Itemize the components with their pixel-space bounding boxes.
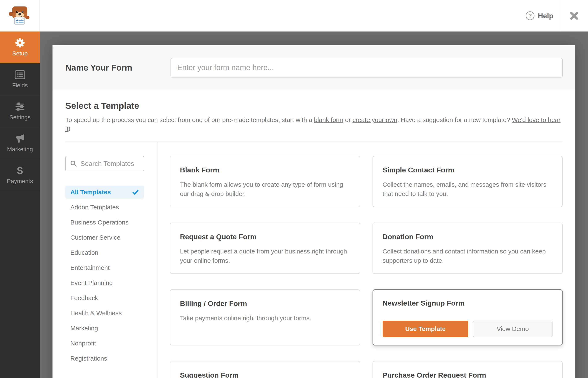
template-card-title: Request a Quote Form (180, 233, 350, 241)
template-card-description: Let people request a quote from your bus… (180, 247, 350, 265)
wpforms-logo (0, 0, 40, 31)
category-item-marketing[interactable]: Marketing (65, 322, 144, 335)
category-label: Feedback (70, 294, 98, 302)
category-label: Marketing (70, 325, 98, 332)
sidebar-item-setup[interactable]: Setup (0, 31, 40, 63)
template-grid: Blank FormThe blank form allows you to c… (170, 156, 562, 378)
category-item-all-templates[interactable]: All Templates (65, 186, 144, 199)
template-card-blank-form[interactable]: Blank FormThe blank form allows you to c… (170, 156, 360, 207)
search-icon (70, 160, 77, 167)
category-item-registrations[interactable]: Registrations (65, 352, 144, 365)
template-card-title: Purchase Order Request Form (383, 371, 553, 378)
template-list-column: Blank FormThe blank form allows you to c… (158, 142, 562, 378)
category-label: Addon Templates (70, 204, 119, 211)
use-template-button[interactable]: Use Template (383, 321, 468, 337)
category-item-addon-templates[interactable]: Addon Templates (65, 201, 144, 214)
name-your-form-section: Name Your Form (53, 45, 575, 90)
template-card-request-a-quote-form[interactable]: Request a Quote FormLet people request a… (170, 223, 360, 274)
template-card-description: Take payments online right through your … (180, 313, 350, 323)
category-label: Education (70, 249, 98, 256)
select-template-title: Select a Template (65, 101, 562, 111)
close-icon (569, 11, 579, 21)
template-card-purchase-order-request-form[interactable]: Purchase Order Request FormLet your empl… (373, 361, 563, 378)
category-item-education[interactable]: Education (65, 246, 144, 259)
wpforms-bear-logo (9, 5, 31, 27)
sidebar-item-payments[interactable]: $Payments (0, 159, 40, 191)
sidebar-item-fields[interactable]: Fields (0, 63, 40, 95)
template-filter-column: All TemplatesAddon TemplatesBusiness Ope… (65, 142, 158, 378)
link-blank-form[interactable]: blank form (314, 116, 343, 123)
sidebar-item-marketing[interactable]: Marketing (0, 127, 40, 159)
sidebar-item-label: Settings (9, 114, 30, 121)
template-card-title: Blank Form (180, 166, 350, 174)
category-label: Registrations (70, 355, 107, 362)
question-icon: ? (526, 11, 535, 20)
link-create-your-own[interactable]: create your own (352, 116, 397, 123)
template-card-title: Suggestion Form (180, 371, 350, 378)
template-browser: All TemplatesAddon TemplatesBusiness Ope… (65, 142, 562, 378)
category-item-health-wellness[interactable]: Health & Wellness (65, 307, 144, 320)
category-item-customer-service[interactable]: Customer Service (65, 231, 144, 244)
dollar-icon: $ (14, 166, 26, 175)
category-item-business-operations[interactable]: Business Operations (65, 216, 144, 229)
category-item-nonprofit[interactable]: Nonprofit (65, 337, 144, 350)
category-label: Entertainment (70, 264, 110, 271)
search-templates-box (65, 156, 144, 171)
name-your-form-title: Name Your Form (65, 63, 132, 72)
sidebar-item-label: Marketing (7, 146, 33, 153)
template-card-suggestion-form[interactable]: Suggestion FormGather site visitor sugge… (170, 361, 360, 378)
template-card-simple-contact-form[interactable]: Simple Contact FormCollect the names, em… (373, 156, 563, 207)
megaphone-icon (14, 134, 26, 143)
search-templates-input[interactable] (80, 160, 139, 168)
template-card-title: Donation Form (383, 233, 553, 241)
sidebar-item-label: Payments (7, 178, 33, 185)
help-button[interactable]: ? Help (526, 0, 553, 31)
category-item-entertainment[interactable]: Entertainment (65, 261, 144, 274)
template-card-billing-order-form[interactable]: Billing / Order FormTake payments online… (170, 289, 360, 345)
template-card-title: Simple Contact Form (383, 166, 553, 174)
category-label: Event Planning (70, 279, 113, 286)
check-icon (132, 189, 139, 195)
sidebar-item-settings[interactable]: Settings (0, 95, 40, 127)
template-card-newsletter-signup-form[interactable]: Newsletter Signup FormUse TemplateView D… (373, 289, 563, 345)
wpforms-builder-screen: { "colors": { "accent_orange": "#e27730"… (0, 0, 588, 378)
sidebar-item-label: Setup (12, 50, 27, 57)
template-card-buttons: Use TemplateView Demo (383, 321, 553, 337)
template-card-description: The blank form allows you to create any … (180, 180, 350, 198)
template-card-description: Collect the names, emails, and messages … (383, 180, 553, 198)
help-label: Help (538, 12, 553, 20)
form-name-input[interactable] (171, 58, 562, 78)
topbar: ? Help (0, 0, 588, 31)
template-card-title: Billing / Order Form (180, 299, 350, 308)
category-label: Customer Service (70, 234, 120, 241)
fields-icon (14, 70, 26, 80)
category-label: All Templates (70, 189, 111, 196)
template-card-title: Newsletter Signup Form (383, 299, 553, 307)
template-card-description: Collect donations and contact informatio… (383, 247, 553, 265)
setup-panel: Name Your Form Select a Template To spee… (53, 45, 575, 378)
view-demo-button[interactable]: View Demo (473, 321, 552, 337)
category-list: All TemplatesAddon TemplatesBusiness Ope… (65, 186, 157, 365)
category-label: Health & Wellness (70, 310, 122, 317)
select-template-section: Select a Template To speed up the proces… (53, 101, 575, 378)
template-card-donation-form[interactable]: Donation FormCollect donations and conta… (373, 223, 563, 274)
link-we-d-love-to-hear-it[interactable]: We'd love to hear it (65, 116, 561, 132)
category-label: Business Operations (70, 219, 129, 226)
category-item-feedback[interactable]: Feedback (65, 292, 144, 305)
builder-sidebar: SetupFieldsSettingsMarketing$Payments (0, 31, 40, 378)
category-item-event-planning[interactable]: Event Planning (65, 276, 144, 289)
category-label: Nonprofit (70, 340, 96, 347)
sliders-icon (14, 102, 26, 111)
template-section-description: To speed up the process you can select f… (65, 116, 562, 133)
close-button[interactable] (560, 0, 588, 31)
gear-icon (14, 38, 26, 48)
sidebar-item-label: Fields (12, 82, 28, 89)
